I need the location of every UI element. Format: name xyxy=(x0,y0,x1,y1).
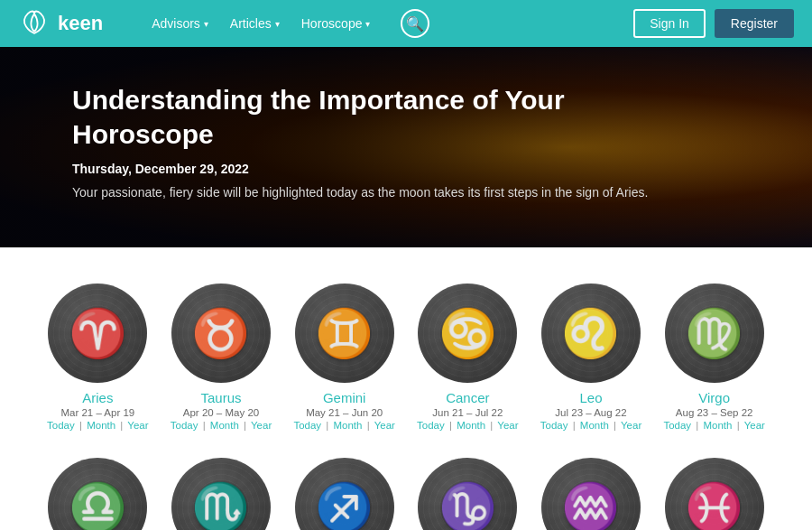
nav-horoscope[interactable]: Horoscope ▾ xyxy=(292,11,380,36)
zodiac-dates-cancer: Jun 21 – Jul 22 xyxy=(432,407,503,418)
chevron-down-icon: ▾ xyxy=(204,19,208,29)
virgo-month-link[interactable]: Month xyxy=(704,420,733,431)
zodiac-circle-libra: ♎ xyxy=(48,458,147,530)
zodiac-name-gemini: Gemini xyxy=(323,390,366,405)
zodiac-dates-taurus: Apr 20 – May 20 xyxy=(183,407,259,418)
zodiac-cancer[interactable]: ♋ Cancer Jun 21 – Jul 22 Today | Month |… xyxy=(406,274,530,440)
zodiac-name-virgo: Virgo xyxy=(698,390,730,405)
hero-title: Understanding the Importance of Your Hor… xyxy=(72,83,577,151)
zodiac-sagittarius[interactable]: ♐ Sagittarius Nov 22 – Dec 21 Today | Mo… xyxy=(282,449,406,530)
zodiac-virgo[interactable]: ♍ Virgo Aug 23 – Sep 22 Today | Month | … xyxy=(652,274,776,440)
gemini-year-link[interactable]: Year xyxy=(374,420,395,431)
leo-year-link[interactable]: Year xyxy=(621,420,641,431)
zodiac-circle-scorpio: ♏ xyxy=(171,458,271,530)
zodiac-gemini[interactable]: ♊ Gemini May 21 – Jun 20 Today | Month |… xyxy=(282,274,406,440)
zodiac-aries[interactable]: ♈ Aries Mar 21 – Apr 19 Today | Month | … xyxy=(36,274,160,440)
main-nav: Advisors ▾ Articles ▾ Horoscope ▾ xyxy=(143,11,379,36)
virgo-today-link[interactable]: Today xyxy=(663,420,691,431)
gemini-today-link[interactable]: Today xyxy=(293,420,321,431)
zodiac-circle-capricorn: ♑ xyxy=(418,458,517,530)
zodiac-name-leo: Leo xyxy=(579,390,602,405)
zodiac-links-virgo: Today | Month | Year xyxy=(663,420,765,431)
zodiac-circle-cancer: ♋ xyxy=(418,284,517,383)
zodiac-pisces[interactable]: ♓ Pisces Feb 19 – Mar 20 Today | Month |… xyxy=(652,449,776,530)
header-actions: Sign In Register xyxy=(633,9,794,38)
nav-advisors[interactable]: Advisors ▾ xyxy=(143,11,217,36)
zodiac-taurus[interactable]: ♉ Taurus Apr 20 – May 20 Today | Month |… xyxy=(160,274,283,440)
chevron-down-icon: ▾ xyxy=(275,19,280,29)
zodiac-circle-aquarius: ♒ xyxy=(541,458,641,530)
aries-month-link[interactable]: Month xyxy=(87,420,115,431)
zodiac-dates-virgo: Aug 23 – Sep 22 xyxy=(676,407,753,418)
nav-articles[interactable]: Articles ▾ xyxy=(221,11,289,36)
zodiac-circle-gemini: ♊ xyxy=(295,284,394,383)
zodiac-circle-pisces: ♓ xyxy=(665,458,764,530)
register-button[interactable]: Register xyxy=(715,9,794,38)
site-header: keen Advisors ▾ Articles ▾ Horoscope ▾ 🔍… xyxy=(0,0,812,47)
taurus-year-link[interactable]: Year xyxy=(251,420,272,431)
hero-date: Thursday, December 29, 2022 xyxy=(72,162,776,176)
virgo-year-link[interactable]: Year xyxy=(744,420,765,431)
logo-text: keen xyxy=(58,12,103,35)
zodiac-circle-taurus: ♉ xyxy=(171,284,271,383)
zodiac-circle-aries: ♈ xyxy=(48,284,147,383)
hero-description: Your passionate, fiery side will be high… xyxy=(72,183,650,202)
zodiac-leo[interactable]: ♌ Leo Jul 23 – Aug 22 Today | Month | Ye… xyxy=(530,274,653,440)
zodiac-links-leo: Today | Month | Year xyxy=(540,420,642,431)
leo-today-link[interactable]: Today xyxy=(540,420,568,431)
search-icon: 🔍 xyxy=(406,15,424,33)
zodiac-name-cancer: Cancer xyxy=(446,390,489,405)
zodiac-dates-leo: Jul 23 – Aug 22 xyxy=(555,407,626,418)
zodiac-links-aries: Today | Month | Year xyxy=(47,420,149,431)
zodiac-dates-gemini: May 21 – Jun 20 xyxy=(306,407,383,418)
zodiac-circle-virgo: ♍ xyxy=(665,284,764,383)
zodiac-links-gemini: Today | Month | Year xyxy=(293,420,395,431)
search-button[interactable]: 🔍 xyxy=(401,9,429,38)
taurus-today-link[interactable]: Today xyxy=(171,420,198,431)
zodiac-circle-sagittarius: ♐ xyxy=(295,458,394,530)
zodiac-libra[interactable]: ♎ Libra Sep 23 – Oct 22 Today | Month | … xyxy=(36,449,160,530)
cancer-year-link[interactable]: Year xyxy=(497,420,518,431)
zodiac-name-aries: Aries xyxy=(82,390,113,405)
zodiac-circle-leo: ♌ xyxy=(541,284,641,383)
aries-today-link[interactable]: Today xyxy=(47,420,75,431)
gemini-month-link[interactable]: Month xyxy=(334,420,363,431)
zodiac-grid-row1: ♈ Aries Mar 21 – Apr 19 Today | Month | … xyxy=(36,274,776,530)
zodiac-scorpio[interactable]: ♏ Scorpio Oct 23 – Nov 21 Today | Month … xyxy=(160,449,283,530)
zodiac-name-taurus: Taurus xyxy=(200,390,241,405)
hero-section: Understanding the Importance of Your Hor… xyxy=(0,47,812,247)
chevron-down-icon: ▾ xyxy=(365,19,370,29)
zodiac-dates-aries: Mar 21 – Apr 19 xyxy=(60,407,134,418)
aries-year-link[interactable]: Year xyxy=(127,420,148,431)
signin-button[interactable]: Sign In xyxy=(633,9,706,38)
leo-month-link[interactable]: Month xyxy=(580,420,609,431)
zodiac-section: ♈ Aries Mar 21 – Apr 19 Today | Month | … xyxy=(0,247,812,530)
cancer-today-link[interactable]: Today xyxy=(417,420,445,431)
zodiac-capricorn[interactable]: ♑ Capricorn Dec 22 – Jan 19 Today | Mont… xyxy=(406,449,530,530)
logo-link[interactable]: keen xyxy=(18,7,103,40)
zodiac-links-cancer: Today | Month | Year xyxy=(417,420,519,431)
zodiac-aquarius[interactable]: ♒ Aquarius Jan 20 – Feb 18 Today | Month… xyxy=(530,449,653,530)
zodiac-links-taurus: Today | Month | Year xyxy=(171,420,272,431)
cancer-month-link[interactable]: Month xyxy=(457,420,485,431)
taurus-month-link[interactable]: Month xyxy=(210,420,239,431)
